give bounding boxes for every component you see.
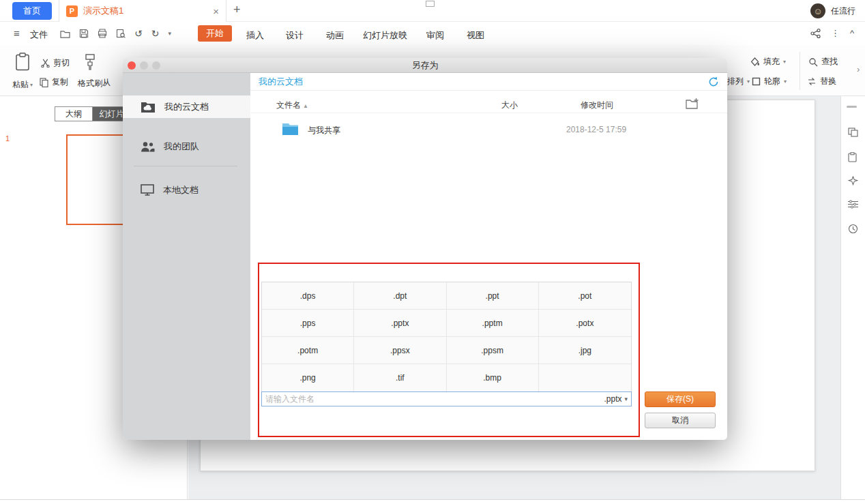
- sidebar-divider: [134, 166, 237, 166]
- outline-label: 轮廓: [764, 76, 780, 87]
- print-preview-icon[interactable]: [116, 29, 126, 38]
- tab-view[interactable]: 视图: [467, 29, 484, 42]
- filename-input[interactable]: [262, 392, 602, 406]
- sidebar-item-local-docs[interactable]: 本地文档: [123, 179, 250, 201]
- tab-design[interactable]: 设计: [286, 29, 304, 42]
- format-option[interactable]: .dps: [262, 282, 354, 310]
- format-option[interactable]: .pptx: [354, 310, 446, 337]
- collapse-ribbon-icon[interactable]: ^: [850, 28, 854, 38]
- column-modified[interactable]: 修改时间: [581, 100, 613, 111]
- cancel-button[interactable]: 取消: [645, 413, 716, 428]
- clipboard-icon: [15, 53, 30, 71]
- sort-asc-icon: ▲: [303, 103, 308, 109]
- dialog-title-bar[interactable]: 另存为: [123, 58, 727, 73]
- team-icon: [141, 141, 155, 152]
- save-icon[interactable]: [79, 29, 89, 38]
- format-option[interactable]: .bmp: [447, 364, 539, 391]
- paste-button[interactable]: 粘贴▾: [8, 53, 37, 91]
- format-option[interactable]: .pptm: [447, 310, 539, 337]
- copy-icon: [40, 78, 48, 87]
- cut-label: 剪切: [53, 57, 70, 69]
- more-icon[interactable]: ⋮: [831, 28, 840, 38]
- hamburger-icon[interactable]: ≡: [14, 27, 20, 39]
- user-name: 任流行: [831, 5, 855, 17]
- redo-icon[interactable]: ↻: [151, 29, 160, 38]
- clipboard-pane-icon[interactable]: [848, 152, 857, 162]
- scissors-icon: [41, 59, 50, 68]
- format-option[interactable]: .ppsm: [447, 337, 539, 364]
- effects-pane-icon[interactable]: [848, 176, 858, 186]
- ribbon-expand-icon[interactable]: ›: [857, 64, 860, 74]
- zoom-window-icon[interactable]: [152, 61, 160, 70]
- tab-start[interactable]: 开始: [198, 25, 232, 42]
- cut-button[interactable]: 剪切: [41, 57, 70, 69]
- column-size[interactable]: 大小: [501, 100, 518, 111]
- outline-square-icon: [752, 77, 761, 86]
- format-option[interactable]: .dpt: [354, 282, 446, 310]
- extension-chevron-icon[interactable]: ▾: [623, 396, 631, 402]
- close-tab-icon[interactable]: ×: [213, 5, 219, 17]
- file-menu[interactable]: 文件: [30, 29, 48, 41]
- format-option[interactable]: .pot: [539, 282, 631, 310]
- history-pane-icon[interactable]: [848, 224, 858, 234]
- format-option[interactable]: .potx: [539, 310, 631, 337]
- outline-button[interactable]: 轮廓 ▾: [752, 76, 787, 87]
- ribbon-from-partial[interactable]: 从: [102, 77, 111, 89]
- tab-outline-view[interactable]: 大纲: [55, 107, 93, 121]
- format-option[interactable]: .tif: [354, 364, 446, 391]
- undo-icon[interactable]: ↺: [134, 29, 143, 38]
- open-folder-icon[interactable]: [60, 29, 70, 38]
- format-painter-label: 格式刷: [78, 78, 102, 89]
- format-options-grid: .dps .dpt .ppt .pot .pps .pptx .pptm .po…: [261, 282, 632, 392]
- tab-insert[interactable]: 插入: [246, 29, 264, 42]
- home-button[interactable]: 首页: [12, 2, 52, 20]
- save-button[interactable]: 保存(S): [645, 391, 716, 407]
- scrollbar-thumb[interactable]: [847, 106, 857, 108]
- paste-chevron-icon: ▾: [30, 82, 33, 88]
- replace-label: 替换: [820, 76, 836, 87]
- format-option[interactable]: .ppt: [447, 282, 539, 310]
- properties-pane-icon[interactable]: [848, 200, 858, 209]
- format-option[interactable]: .potm: [262, 337, 354, 364]
- menu-bar: ≡ 文件 ↺ ↻ ▾ 开始 插入 设计 动画 幻灯片放映 审阅 视图 ⋮ ^: [0, 22, 865, 45]
- fill-label: 填充: [763, 56, 780, 68]
- window-restore-icon: [426, 1, 435, 7]
- extension-value[interactable]: .pptx: [602, 394, 623, 404]
- tab-slideshow[interactable]: 幻灯片放映: [363, 29, 407, 42]
- share-icon[interactable]: [810, 29, 821, 38]
- outline-chevron-icon: ▾: [784, 78, 787, 85]
- format-option[interactable]: .jpg: [539, 337, 631, 364]
- arrange-button[interactable]: 排列 ▾: [727, 76, 750, 87]
- slides-pane-icon[interactable]: [848, 128, 858, 137]
- user-account[interactable]: ☺ 任流行: [810, 3, 855, 18]
- replace-button[interactable]: 替换: [807, 76, 836, 87]
- format-option[interactable]: .ppsx: [354, 337, 446, 364]
- save-as-dialog: 另存为 我的云文档 我的团队 本地文档 我的云文档 文件名▲ 大小 修改时间: [123, 58, 727, 440]
- close-window-icon[interactable]: [128, 61, 136, 70]
- tab-animation[interactable]: 动画: [326, 29, 344, 42]
- sidebar-item-teams[interactable]: 我的团队: [123, 135, 250, 158]
- copy-button[interactable]: 复制: [40, 76, 68, 88]
- column-filename[interactable]: 文件名▲: [276, 100, 308, 111]
- sidebar-item-cloud-docs[interactable]: 我的云文档: [123, 95, 250, 118]
- cloud-folder-icon: [141, 101, 156, 113]
- print-icon[interactable]: [98, 29, 107, 38]
- refresh-icon[interactable]: [708, 76, 719, 87]
- document-tab[interactable]: P 演示文稿1 ×: [59, 0, 226, 22]
- new-tab-button[interactable]: +: [233, 3, 241, 17]
- avatar: ☺: [810, 3, 825, 18]
- format-option[interactable]: .png: [262, 364, 354, 391]
- minimize-window-icon[interactable]: [140, 61, 148, 70]
- menu-right-controls: ⋮ ^: [810, 28, 854, 38]
- file-row[interactable]: 与我共享 2018-12-5 17:59: [250, 115, 727, 143]
- ribbon-separator: [800, 52, 800, 90]
- tab-review[interactable]: 审阅: [426, 29, 444, 42]
- find-button[interactable]: 查找: [808, 56, 838, 68]
- file-list-header: 文件名▲ 大小 修改时间: [250, 95, 727, 113]
- format-option[interactable]: .pps: [262, 310, 354, 337]
- quickbar-chevron-icon[interactable]: ▾: [168, 30, 171, 37]
- format-painter-button[interactable]: 格式刷: [75, 54, 105, 89]
- format-option-empty[interactable]: [539, 364, 631, 391]
- new-folder-icon[interactable]: [686, 98, 699, 109]
- fill-button[interactable]: 填充 ▾: [750, 56, 786, 68]
